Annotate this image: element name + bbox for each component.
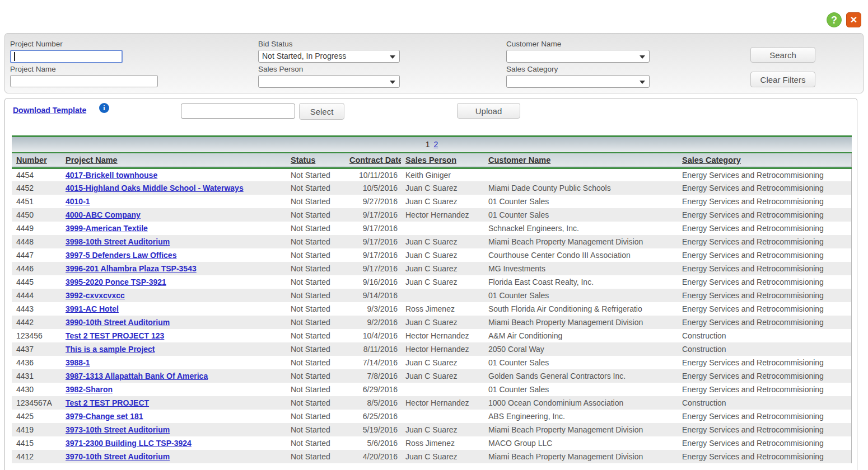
cell-number: 4447 bbox=[12, 248, 61, 262]
project-link[interactable]: 3973-10th Street Auditorium bbox=[66, 425, 170, 434]
cell-number: 4442 bbox=[12, 316, 61, 329]
cell-contract-date: 5/6/2016 bbox=[345, 436, 401, 450]
cell-contract-date: 9/3/2016 bbox=[345, 302, 401, 316]
help-icon[interactable]: ? bbox=[827, 12, 842, 27]
customer-name-select[interactable] bbox=[506, 50, 650, 63]
select-file-button[interactable]: Select bbox=[299, 103, 344, 120]
cell-number: 4451 bbox=[12, 195, 61, 208]
cell-project-name: 4017-Brickell townhouse bbox=[61, 168, 286, 181]
cell-customer-name bbox=[484, 168, 678, 181]
page-1-current: 1 bbox=[426, 140, 430, 149]
cell-contract-date: 9/16/2016 bbox=[345, 275, 401, 289]
column-header-sales-category[interactable]: Sales Category bbox=[678, 153, 852, 168]
column-header-number[interactable]: Number bbox=[12, 153, 61, 168]
cell-sales-category: Energy Services and Retrocommisioning bbox=[678, 248, 852, 262]
cell-contract-date: 9/17/2016 bbox=[345, 248, 401, 262]
project-link[interactable]: 3979-Change set 181 bbox=[66, 412, 143, 421]
project-link[interactable]: 3970-10th Street Auditorium bbox=[66, 452, 170, 461]
bid-status-select[interactable]: Not Started, In Progress bbox=[258, 50, 400, 63]
column-header-status[interactable]: Status bbox=[286, 153, 345, 168]
cell-sales-category: Energy Services and Retrocommisioning bbox=[678, 369, 852, 383]
sales-person-select[interactable] bbox=[258, 75, 400, 88]
table-row: 123456 Test 2 TEST PROJECT 123 Not Start… bbox=[12, 329, 852, 342]
project-link[interactable]: 3987-1313 Allapattah Bank Of America bbox=[66, 372, 208, 380]
clear-filters-button[interactable]: Clear Filters bbox=[750, 72, 815, 87]
project-link[interactable]: 3999-American Textile bbox=[66, 224, 148, 233]
cell-status: Not Started bbox=[286, 450, 345, 463]
project-link[interactable]: 3971-2300 Building LLC TSP-3924 bbox=[66, 439, 192, 448]
info-icon[interactable]: i bbox=[99, 103, 109, 113]
file-path-input[interactable] bbox=[181, 104, 295, 119]
close-icon[interactable]: ✕ bbox=[846, 12, 861, 27]
page-2-link[interactable]: 2 bbox=[434, 140, 438, 149]
column-header-contract-date[interactable]: Contract Date bbox=[345, 153, 401, 168]
project-link[interactable]: 3997-5 Defenders Law Offices bbox=[66, 251, 176, 260]
cell-sales-person: Juan C Suarez bbox=[401, 262, 484, 275]
table-row: 4446 3996-201 Alhambra Plaza TSP-3543 No… bbox=[12, 262, 852, 275]
cell-sales-person: Juan C Suarez bbox=[401, 248, 484, 262]
cell-project-name: 3999-American Textile bbox=[61, 222, 286, 235]
cell-contract-date: 10/4/2016 bbox=[345, 329, 401, 342]
bid-status-value: Not Started, In Progress bbox=[262, 51, 346, 60]
cell-sales-person bbox=[401, 222, 484, 235]
cell-contract-date: 9/2/2016 bbox=[345, 316, 401, 329]
project-name-input[interactable] bbox=[10, 75, 158, 87]
cell-customer-name: MACO Group LLC bbox=[484, 436, 678, 450]
cell-sales-person: Juan C Suarez bbox=[401, 369, 484, 383]
project-link[interactable]: 3992-cxvxcvxcc bbox=[66, 291, 125, 300]
column-header-project-name[interactable]: Project Name bbox=[61, 153, 286, 168]
cell-project-name: 3992-cxvxcvxcc bbox=[61, 289, 286, 302]
project-link[interactable]: 3990-10th Street Auditorium bbox=[66, 318, 170, 327]
cell-status: Not Started bbox=[286, 168, 345, 181]
project-link[interactable]: 4015-Highland Oaks Middle School - Water… bbox=[66, 184, 244, 192]
cell-sales-category: Energy Services and Retrocommisioning bbox=[678, 181, 852, 195]
cell-status: Not Started bbox=[286, 396, 345, 410]
table-row: 4430 3982-Sharon Not Started 6/29/2016 0… bbox=[12, 383, 852, 396]
cell-sales-category: Energy Services and Retrocommisioning bbox=[678, 262, 852, 275]
column-header-customer-name[interactable]: Customer Name bbox=[484, 153, 678, 168]
cell-sales-category: Energy Services and Retrocommisioning bbox=[678, 356, 852, 369]
table-row: 4444 3992-cxvxcvxcc Not Started 9/14/201… bbox=[12, 289, 852, 302]
cell-customer-name: Miami Beach Property Management Division bbox=[484, 450, 678, 463]
project-link[interactable]: This is a sample Project bbox=[66, 345, 155, 354]
project-link[interactable]: 3988-1 bbox=[66, 358, 90, 367]
project-link[interactable]: 3995-2020 Ponce TSP-3921 bbox=[66, 278, 166, 286]
upload-button[interactable]: Upload bbox=[457, 103, 520, 119]
cell-customer-name: Miami Beach Property Management Division bbox=[484, 423, 678, 436]
chevron-down-icon bbox=[390, 55, 395, 59]
cell-customer-name: 01 Counter Sales bbox=[484, 208, 678, 222]
chevron-down-icon bbox=[640, 55, 645, 59]
cell-contract-date: 9/27/2016 bbox=[345, 195, 401, 208]
project-link[interactable]: Test 2 TEST PROJECT bbox=[66, 398, 149, 407]
sales-category-select[interactable] bbox=[506, 75, 650, 88]
cell-sales-category: Construction bbox=[678, 329, 852, 342]
projects-panel: Download Template i Select Upload 12 Num… bbox=[4, 98, 857, 470]
table-row: 4445 3995-2020 Ponce TSP-3921 Not Starte… bbox=[12, 275, 852, 289]
project-link[interactable]: 4000-ABC Company bbox=[66, 210, 141, 219]
cell-sales-person: Hector Hernandez bbox=[401, 329, 484, 342]
cell-contract-date: 8/11/2016 bbox=[345, 342, 401, 356]
column-header-sales-person[interactable]: Sales Person bbox=[401, 153, 484, 168]
project-link[interactable]: 3991-AC Hotel bbox=[66, 304, 119, 313]
cell-sales-person bbox=[401, 410, 484, 423]
customer-name-label: Customer Name bbox=[506, 40, 650, 48]
table-row: 4442 3990-10th Street Auditorium Not Sta… bbox=[12, 316, 852, 329]
cell-sales-category: Construction bbox=[678, 342, 852, 356]
project-link[interactable]: Test 2 TEST PROJECT 123 bbox=[66, 331, 164, 340]
project-link[interactable]: 4017-Brickell townhouse bbox=[66, 171, 157, 180]
projects-table: Number Project Name Status Contract Date… bbox=[12, 153, 852, 463]
project-link[interactable]: 3996-201 Alhambra Plaza TSP-3543 bbox=[66, 264, 197, 273]
cell-status: Not Started bbox=[286, 369, 345, 383]
cell-project-name: Test 2 TEST PROJECT 123 bbox=[61, 329, 286, 342]
table-row: 4443 3991-AC Hotel Not Started 9/3/2016 … bbox=[12, 302, 852, 316]
cell-sales-category: Energy Services and Retrocommisioning bbox=[678, 195, 852, 208]
cell-customer-name: Miami Dade County Public Schools bbox=[484, 181, 678, 195]
project-number-input[interactable] bbox=[10, 50, 123, 63]
project-link[interactable]: 3982-Sharon bbox=[66, 385, 113, 394]
project-link[interactable]: 3998-10th Street Auditorium bbox=[66, 237, 170, 246]
search-button[interactable]: Search bbox=[750, 47, 815, 63]
project-link[interactable]: 4010-1 bbox=[66, 197, 90, 206]
download-template-link[interactable]: Download Template bbox=[13, 106, 86, 115]
cell-status: Not Started bbox=[286, 181, 345, 195]
window-controls: ? ✕ bbox=[827, 12, 861, 27]
